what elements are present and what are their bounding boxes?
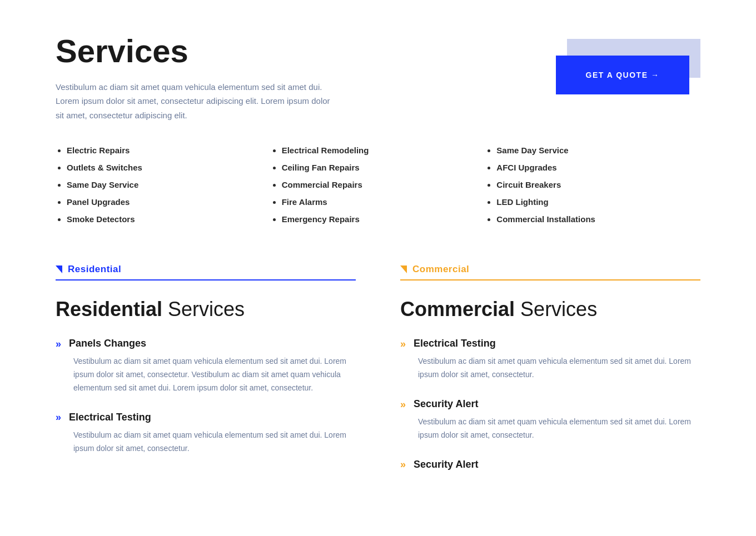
list-item: Electrical Remodeling [282,144,486,156]
service-title: Electrical Testing [69,412,151,423]
categories-section: Residential Residential Services » Panel… [56,264,700,487]
residential-service-2: » Electrical Testing Vestibulum ac diam … [56,412,356,455]
list-item: Smoke Detectors [67,213,271,225]
services-col-1: Electric Repairs Outlets & Switches Same… [56,144,271,231]
commercial-service-3: » Security Alert [400,459,700,470]
list-item: Fire Alarms [282,196,486,208]
commercial-column: Commercial Commercial Services » Electri… [400,264,700,487]
list-item: AFCI Upgrades [496,162,700,173]
list-item: Outlets & Switches [67,162,271,173]
header-section: Services Vestibulum ac diam sit amet qua… [56,33,700,122]
services-col-3: Same Day Service AFCI Upgrades Circuit B… [485,144,700,231]
chevron-right-icon: » [56,412,61,422]
list-item: Commercial Repairs [282,179,486,191]
commercial-heading-bold: Commercial [400,298,515,320]
commercial-service-2: » Security Alert Vestibulum ac diam sit … [400,398,700,442]
residential-heading: Residential Services [56,297,356,321]
list-item: Circuit Breakers [496,179,700,191]
commercial-heading: Commercial Services [400,297,700,321]
service-title: Security Alert [414,459,478,470]
service-item-header: » Security Alert [400,459,700,470]
service-description: Vestibulum ac diam sit amet quam vehicul… [56,429,356,455]
chevron-right-icon: » [400,399,406,409]
services-list-section: Electric Repairs Outlets & Switches Same… [56,144,700,231]
commercial-label: Commercial [412,264,469,275]
get-quote-button[interactable]: GET A QUOTE → [556,56,689,94]
list-item: Ceiling Fan Repairs [282,162,486,173]
service-item-header: » Panels Changes [56,338,356,349]
service-item-header: » Security Alert [400,398,700,410]
residential-heading-bold: Residential [56,298,162,320]
service-item-header: » Electrical Testing [56,412,356,423]
chevron-right-icon: » [56,339,61,349]
service-title: Security Alert [414,398,478,410]
commercial-divider [400,279,700,280]
residential-service-1: » Panels Changes Vestibulum ac diam sit … [56,338,356,394]
service-description: Vestibulum ac diam sit amet quam vehicul… [56,355,356,394]
residential-label: Residential [68,264,121,275]
service-title: Electrical Testing [414,338,496,349]
list-item: Same Day Service [496,144,700,156]
triangle-orange-icon [400,266,407,273]
service-description: Vestibulum ac diam sit amet quam vehicul… [400,355,700,382]
residential-column: Residential Residential Services » Panel… [56,264,356,487]
chevron-right-icon: » [400,339,406,349]
header-left: Services Vestibulum ac diam sit amet qua… [56,33,334,122]
page-wrapper: Services Vestibulum ac diam sit amet qua… [0,0,756,520]
residential-heading-light: Services [162,298,245,320]
quote-button-wrapper: GET A QUOTE → [556,39,700,94]
list-item: Same Day Service [67,179,271,191]
list-item: Emergency Repairs [282,213,486,225]
list-item: LED Lighting [496,196,700,208]
list-item: Commercial Installations [496,213,700,225]
service-item-header: » Electrical Testing [400,338,700,349]
commercial-service-1: » Electrical Testing Vestibulum ac diam … [400,338,700,382]
page-title: Services [56,33,334,69]
list-item: Electric Repairs [67,144,271,156]
page-description: Vestibulum ac diam sit amet quam vehicul… [56,80,334,123]
service-title: Panels Changes [69,338,146,349]
commercial-label-wrapper: Commercial [400,264,700,275]
list-item: Panel Upgrades [67,196,271,208]
commercial-heading-light: Services [515,298,597,320]
triangle-blue-icon [56,266,62,273]
residential-label-wrapper: Residential [56,264,356,275]
chevron-right-icon: » [400,459,406,469]
residential-divider [56,279,356,280]
service-description: Vestibulum ac diam sit amet quam vehicul… [400,415,700,442]
services-col-2: Electrical Remodeling Ceiling Fan Repair… [271,144,486,231]
